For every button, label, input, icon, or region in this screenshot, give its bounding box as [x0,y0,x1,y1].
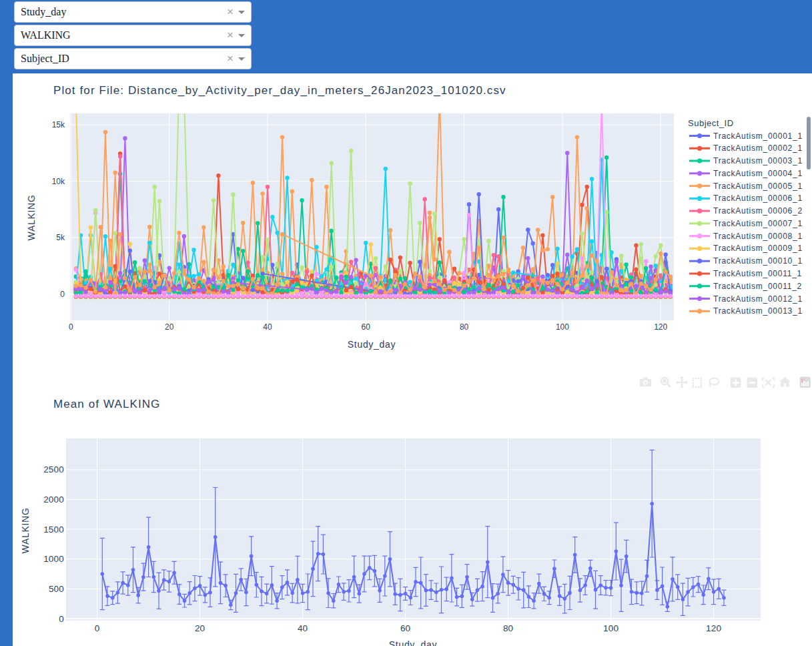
svg-text:80: 80 [503,623,513,633]
svg-text:5k: 5k [56,233,65,242]
svg-text:100: 100 [603,623,619,633]
svg-text:WALKING: WALKING [20,508,31,554]
svg-text:120: 120 [654,322,667,332]
svg-text:WALKING: WALKING [26,195,37,241]
svg-text:0: 0 [59,614,64,624]
svg-text:0: 0 [60,290,65,299]
svg-text:Study_day: Study_day [389,639,437,646]
svg-text:TrackAutism_00006_1: TrackAutism_00006_1 [713,194,803,203]
svg-text:TrackAutism_00007_1: TrackAutism_00007_1 [713,219,803,228]
svg-text:120: 120 [706,623,721,633]
svg-text:60: 60 [362,322,371,332]
svg-text:TrackAutism_00002_1: TrackAutism_00002_1 [713,143,803,153]
svg-text:10k: 10k [52,177,65,186]
svg-text:TrackAutism_00003_1: TrackAutism_00003_1 [713,156,803,166]
svg-text:TrackAutism_00011_1: TrackAutism_00011_1 [713,269,802,278]
svg-text:Plot for File: Distance_by_Act: Plot for File: Distance_by_Activity_per_… [53,84,506,97]
svg-text:Mean of WALKING: Mean of WALKING [53,398,160,410]
svg-text:80: 80 [460,322,469,332]
svg-text:1000: 1000 [43,554,64,564]
svg-text:15k: 15k [52,120,65,129]
svg-text:Study_day: Study_day [348,339,396,350]
svg-text:0: 0 [69,322,73,332]
svg-text:TrackAutism_00011_2: TrackAutism_00011_2 [713,282,802,291]
svg-text:TrackAutism_00005_1: TrackAutism_00005_1 [713,182,803,191]
svg-text:1500: 1500 [43,525,64,535]
svg-text:Subject_ID: Subject_ID [688,118,734,128]
svg-text:TrackAutism_00012_1: TrackAutism_00012_1 [713,294,803,304]
svg-text:TrackAutism_00006_2: TrackAutism_00006_2 [713,206,803,216]
svg-text:20: 20 [195,623,205,633]
svg-text:TrackAutism_00001_1: TrackAutism_00001_1 [713,131,803,141]
svg-text:40: 40 [263,322,272,332]
svg-text:60: 60 [400,623,410,633]
svg-text:TrackAutism_00009_1: TrackAutism_00009_1 [713,244,803,253]
svg-text:20: 20 [165,322,174,332]
svg-text:2000: 2000 [43,495,64,505]
svg-text:2500: 2500 [43,464,64,474]
svg-text:500: 500 [49,584,64,594]
svg-text:TrackAutism_00010_1: TrackAutism_00010_1 [713,256,803,266]
svg-text:40: 40 [298,623,308,633]
svg-text:TrackAutism_00008_1: TrackAutism_00008_1 [713,232,803,241]
svg-text:0: 0 [95,623,100,633]
svg-text:TrackAutism_00004_1: TrackAutism_00004_1 [713,169,803,178]
svg-text:100: 100 [556,322,569,332]
svg-text:TrackAutism_00013_1: TrackAutism_00013_1 [713,306,803,316]
